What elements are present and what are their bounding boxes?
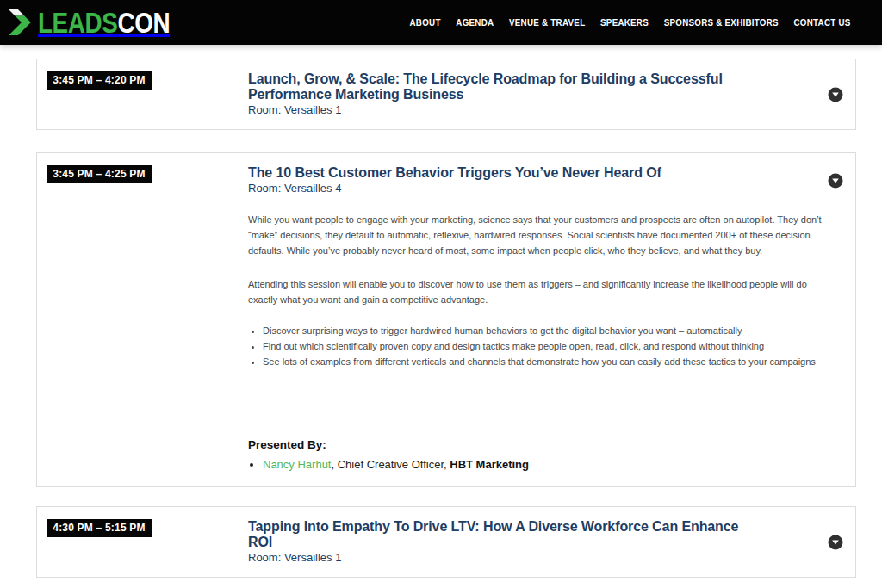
agenda-list: 3:45 PM – 4:20 PM Launch, Grow, & Scale:… <box>0 45 882 578</box>
speaker-name-link[interactable]: Nancy Harhut <box>263 458 331 471</box>
nav-item-speakers[interactable]: SPEAKERS <box>600 17 649 28</box>
presented-by-label: Presented By: <box>248 438 832 451</box>
session-title[interactable]: Launch, Grow, & Scale: The Lifecycle Roa… <box>248 71 739 102</box>
takeaway-item: Discover surprising ways to trigger hard… <box>263 323 832 338</box>
nav-item-contact-us[interactable]: CONTACT US <box>794 17 851 28</box>
speaker-list: Nancy Harhut, Chief Creative Officer, HB… <box>263 457 832 473</box>
description-paragraph: Attending this session will enable you t… <box>248 276 832 307</box>
chevron-down-icon <box>828 535 843 550</box>
session-description: While you want people to engage with you… <box>248 212 843 473</box>
session-title[interactable]: Tapping Into Empathy To Drive LTV: How A… <box>248 519 739 550</box>
session-time-badge: 4:30 PM – 5:15 PM <box>47 519 152 537</box>
expand-toggle-button[interactable] <box>828 87 843 102</box>
nav-item-agenda[interactable]: AGENDA <box>457 17 494 28</box>
session-takeaways-list: Discover surprising ways to trigger hard… <box>263 323 832 369</box>
logo-leads-text: LEADS <box>38 6 117 39</box>
takeaway-item: See lots of examples from different vert… <box>263 354 832 369</box>
logo-con-text: CON <box>117 6 170 39</box>
session-card: 3:45 PM – 4:20 PM Launch, Grow, & Scale:… <box>36 59 856 130</box>
speaker-role: , Chief Creative Officer, <box>331 458 450 471</box>
chevron-down-icon <box>828 173 843 189</box>
session-room: Room: Versailles 4 <box>248 182 828 195</box>
session-room: Room: Versailles 1 <box>248 551 828 565</box>
nav-item-sponsors-exhibitors[interactable]: SPONSORS & EXHIBITORS <box>664 17 779 28</box>
session-card: 3:45 PM – 4:25 PM The 10 Best Customer B… <box>36 152 856 487</box>
session-title[interactable]: The 10 Best Customer Behavior Triggers Y… <box>248 165 739 181</box>
logo-wordmark: LEADSCON <box>38 8 170 37</box>
nav-item-venue-travel[interactable]: VENUE & TRAVEL <box>509 17 585 28</box>
session-time-badge: 3:45 PM – 4:25 PM <box>47 165 152 183</box>
speaker-item: Nancy Harhut, Chief Creative Officer, HB… <box>263 457 832 473</box>
expand-toggle-button[interactable] <box>828 535 843 550</box>
nav-item-about[interactable]: ABOUT <box>410 17 441 28</box>
site-header: LEADSCON ABOUT AGENDA VENUE & TRAVEL SPE… <box>0 0 882 45</box>
takeaway-item: Find out which scientifically proven cop… <box>263 338 832 354</box>
session-card: 4:30 PM – 5:15 PM Tapping Into Empathy T… <box>36 506 856 578</box>
expand-toggle-button[interactable] <box>828 173 843 189</box>
chevron-down-icon <box>828 87 843 102</box>
speaker-company: HBT Marketing <box>450 458 529 471</box>
leadscon-chevron-icon <box>9 9 34 35</box>
description-paragraph: While you want people to engage with you… <box>248 212 832 258</box>
main-nav: ABOUT AGENDA VENUE & TRAVEL SPEAKERS SPO… <box>410 17 851 28</box>
leadscon-logo[interactable]: LEADSCON <box>9 8 199 37</box>
session-time-badge: 3:45 PM – 4:20 PM <box>47 71 152 90</box>
session-room: Room: Versailles 1 <box>248 103 828 117</box>
